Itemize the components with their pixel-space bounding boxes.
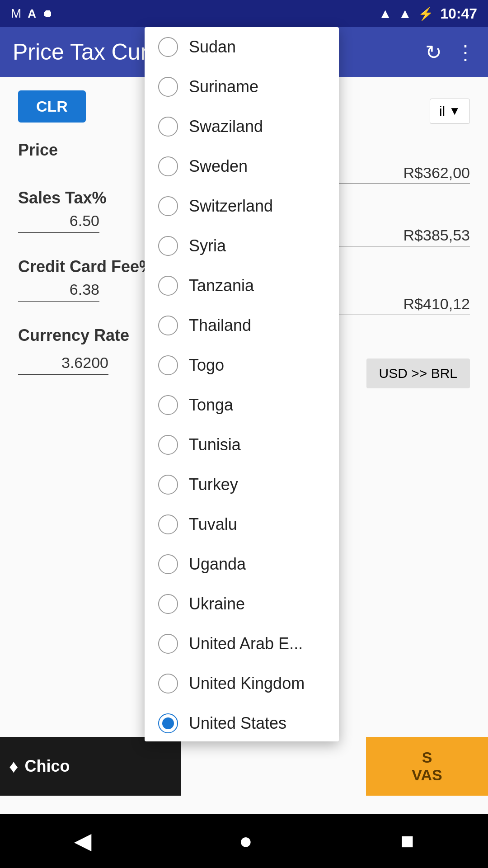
clr-button[interactable]: CLR: [18, 90, 86, 123]
country-name-label: United Arab E...: [189, 634, 303, 653]
country-name-label: Thailand: [189, 316, 251, 335]
list-item[interactable]: Sweden: [145, 146, 339, 186]
country-name-label: Syria: [189, 236, 226, 255]
sales-tax-value: 6.50: [18, 212, 99, 233]
radio-button[interactable]: [158, 395, 178, 415]
list-item[interactable]: United States: [145, 703, 339, 741]
list-item[interactable]: Ukraine: [145, 584, 339, 624]
list-item[interactable]: United Kingdom: [145, 664, 339, 703]
sales-tax-label: Sales Tax%: [18, 189, 106, 208]
country-name-label: Tuvalu: [189, 515, 237, 534]
radio-button[interactable]: [158, 475, 178, 495]
country-name-label: Tonga: [189, 396, 233, 415]
status-right-icons: ▲ ▲ ⚡ 10:47: [379, 5, 477, 22]
country-name-label: Tunisia: [189, 435, 241, 454]
list-item[interactable]: Thailand: [145, 306, 339, 345]
list-item[interactable]: Togo: [145, 345, 339, 385]
country-name-label: Suriname: [189, 77, 258, 96]
credit-card-value: 6.38: [18, 281, 99, 302]
radio-button[interactable]: [158, 634, 178, 654]
app-bar-actions: ↻ ⋮: [425, 41, 475, 64]
radio-button[interactable]: [158, 77, 178, 97]
radio-button[interactable]: [158, 435, 178, 455]
ads-icon: A: [28, 7, 36, 21]
radio-button[interactable]: [158, 236, 178, 256]
promo-text-2: VAS: [412, 766, 442, 784]
brand-name: Chico: [24, 757, 70, 776]
list-item[interactable]: Swaziland: [145, 107, 339, 146]
list-item[interactable]: Tanzania: [145, 266, 339, 306]
gmail-icon: M: [11, 6, 21, 21]
navigation-bar: ◀ ● ■: [0, 814, 488, 868]
list-item[interactable]: Turkey: [145, 465, 339, 505]
country-name-label: Switzerland: [189, 197, 273, 216]
list-item[interactable]: Sudan: [145, 27, 339, 67]
chevron-down-icon: ▼: [449, 104, 460, 118]
list-item[interactable]: United Arab E...: [145, 624, 339, 664]
country-name-label: Uganda: [189, 555, 246, 574]
promo-text-1: S: [422, 749, 432, 766]
brand-banner: ♦ Chico: [0, 737, 181, 796]
list-item[interactable]: Suriname: [145, 67, 339, 107]
country-name-label: Swaziland: [189, 117, 263, 136]
refresh-icon[interactable]: ↻: [425, 41, 442, 64]
diamond-icon: ♦: [9, 756, 18, 777]
radio-button[interactable]: [158, 316, 178, 335]
radio-button[interactable]: [158, 37, 178, 57]
country-name-label: Ukraine: [189, 594, 245, 613]
country-name-label: Sweden: [189, 157, 248, 176]
country-list-dropdown: SudanSurinameSwazilandSwedenSwitzerlandS…: [145, 27, 339, 741]
recents-button[interactable]: ■: [400, 828, 414, 854]
list-item[interactable]: Uganda: [145, 544, 339, 584]
dropdown-label: il: [439, 104, 445, 119]
radio-button[interactable]: [158, 594, 178, 614]
radio-button[interactable]: [158, 276, 178, 296]
status-bar: M A ⏺ ▲ ▲ ⚡ 10:47: [0, 0, 488, 27]
status-left-icons: M A ⏺: [11, 6, 53, 21]
radio-button[interactable]: [158, 713, 178, 733]
country-name-label: Sudan: [189, 38, 236, 57]
more-icon[interactable]: ⋮: [455, 41, 475, 64]
status-time: 10:47: [440, 5, 477, 22]
radio-button[interactable]: [158, 156, 178, 176]
radio-button[interactable]: [158, 117, 178, 137]
wifi-icon: ▲: [379, 6, 392, 21]
credit-card-label: Credit Card Fee%: [18, 257, 154, 276]
list-item[interactable]: Switzerland: [145, 186, 339, 226]
radio-button[interactable]: [158, 514, 178, 534]
list-item[interactable]: Syria: [145, 226, 339, 266]
currency-convert-button[interactable]: USD >> BRL: [366, 359, 470, 388]
list-item[interactable]: Tonga: [145, 385, 339, 425]
home-button[interactable]: ●: [239, 828, 253, 854]
battery-icon: ⚡: [418, 6, 434, 21]
signal-icon: ▲: [398, 6, 412, 21]
promo-banner: S VAS: [366, 737, 488, 796]
radio-button[interactable]: [158, 674, 178, 693]
currency-rate-value: 3.6200: [18, 354, 108, 375]
credit-card-result: R$410,12: [334, 295, 470, 315]
country-name-label: Togo: [189, 356, 224, 375]
country-name-label: Turkey: [189, 475, 238, 494]
radio-button[interactable]: [158, 355, 178, 375]
price-value: R$362,00: [334, 164, 470, 184]
radio-button[interactable]: [158, 554, 178, 574]
country-name-label: United States: [189, 714, 286, 733]
country-name-label: United Kingdom: [189, 674, 305, 693]
record-icon: ⏺: [42, 7, 53, 20]
list-item[interactable]: Tuvalu: [145, 505, 339, 544]
back-button[interactable]: ◀: [74, 828, 91, 854]
country-name-label: Tanzania: [189, 276, 254, 295]
radio-button[interactable]: [158, 196, 178, 216]
sales-tax-result: R$385,53: [334, 226, 470, 246]
country-dropdown[interactable]: il ▼: [430, 99, 470, 124]
list-item[interactable]: Tunisia: [145, 425, 339, 465]
